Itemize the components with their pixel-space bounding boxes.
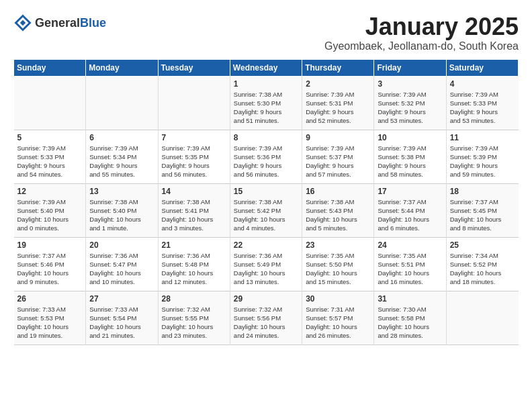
calendar-cell (446, 291, 518, 345)
day-number: 17 (378, 187, 442, 196)
col-header-saturday: Saturday (446, 59, 518, 76)
day-info: Sunrise: 7:39 AM Sunset: 5:40 PM Dayligh… (17, 197, 83, 233)
calendar-cell (86, 76, 158, 130)
calendar-cell: 24Sunrise: 7:35 AM Sunset: 5:51 PM Dayli… (374, 237, 446, 291)
day-number: 5 (17, 133, 83, 142)
calendar-cell: 17Sunrise: 7:37 AM Sunset: 5:44 PM Dayli… (374, 183, 446, 237)
day-info: Sunrise: 7:39 AM Sunset: 5:39 PM Dayligh… (450, 144, 515, 179)
day-info: Sunrise: 7:36 AM Sunset: 5:48 PM Dayligh… (162, 251, 226, 287)
calendar-cell: 25Sunrise: 7:34 AM Sunset: 5:52 PM Dayli… (446, 237, 518, 291)
day-info: Sunrise: 7:36 AM Sunset: 5:49 PM Dayligh… (234, 251, 298, 287)
day-number: 18 (450, 187, 515, 196)
day-number: 7 (162, 133, 226, 142)
calendar-cell: 19Sunrise: 7:37 AM Sunset: 5:46 PM Dayli… (14, 237, 86, 291)
day-number: 20 (89, 240, 154, 250)
calendar-title: January 2025 (324, 13, 519, 40)
day-info: Sunrise: 7:32 AM Sunset: 5:56 PM Dayligh… (234, 305, 298, 340)
calendar-header-row: SundayMondayTuesdayWednesdayThursdayFrid… (14, 59, 519, 76)
day-number: 16 (306, 187, 370, 196)
calendar-cell: 13Sunrise: 7:38 AM Sunset: 5:40 PM Dayli… (86, 183, 158, 237)
day-info: Sunrise: 7:36 AM Sunset: 5:47 PM Dayligh… (89, 251, 154, 287)
day-info: Sunrise: 7:31 AM Sunset: 5:57 PM Dayligh… (306, 305, 370, 340)
day-number: 23 (306, 240, 370, 250)
calendar-week-row: 1Sunrise: 7:38 AM Sunset: 5:30 PM Daylig… (14, 76, 519, 130)
day-number: 6 (89, 133, 154, 142)
day-info: Sunrise: 7:38 AM Sunset: 5:41 PM Dayligh… (162, 197, 226, 233)
calendar-cell: 12Sunrise: 7:39 AM Sunset: 5:40 PM Dayli… (14, 183, 86, 237)
day-number: 8 (234, 133, 298, 142)
day-info: Sunrise: 7:39 AM Sunset: 5:33 PM Dayligh… (450, 90, 515, 126)
day-info: Sunrise: 7:39 AM Sunset: 5:33 PM Dayligh… (17, 144, 83, 179)
day-number: 22 (234, 240, 298, 250)
day-info: Sunrise: 7:37 AM Sunset: 5:45 PM Dayligh… (450, 197, 515, 233)
day-number: 29 (234, 294, 298, 304)
col-header-monday: Monday (86, 59, 158, 76)
day-info: Sunrise: 7:34 AM Sunset: 5:52 PM Dayligh… (450, 251, 515, 287)
calendar-cell: 29Sunrise: 7:32 AM Sunset: 5:56 PM Dayli… (230, 291, 302, 345)
title-block: January 2025 Gyeombaek, Jeollanam-do, So… (324, 13, 519, 52)
calendar-cell: 1Sunrise: 7:38 AM Sunset: 5:30 PM Daylig… (230, 76, 302, 130)
col-header-wednesday: Wednesday (230, 59, 302, 76)
col-header-sunday: Sunday (14, 59, 86, 76)
day-info: Sunrise: 7:37 AM Sunset: 5:44 PM Dayligh… (378, 197, 442, 233)
logo-general: General (35, 16, 80, 30)
calendar-cell: 28Sunrise: 7:32 AM Sunset: 5:55 PM Dayli… (158, 291, 230, 345)
calendar-cell: 15Sunrise: 7:38 AM Sunset: 5:42 PM Dayli… (230, 183, 302, 237)
logo-blue: Blue (80, 16, 106, 30)
calendar-cell: 23Sunrise: 7:35 AM Sunset: 5:50 PM Dayli… (302, 237, 374, 291)
day-number: 2 (306, 79, 370, 89)
calendar-cell: 9Sunrise: 7:39 AM Sunset: 5:37 PM Daylig… (302, 130, 374, 183)
day-number: 26 (17, 294, 83, 304)
calendar-cell (158, 76, 230, 130)
calendar-cell: 6Sunrise: 7:39 AM Sunset: 5:34 PM Daylig… (86, 130, 158, 183)
calendar-cell: 2Sunrise: 7:39 AM Sunset: 5:31 PM Daylig… (302, 76, 374, 130)
day-info: Sunrise: 7:39 AM Sunset: 5:35 PM Dayligh… (162, 144, 226, 179)
day-info: Sunrise: 7:39 AM Sunset: 5:38 PM Dayligh… (378, 144, 442, 179)
day-info: Sunrise: 7:35 AM Sunset: 5:51 PM Dayligh… (378, 251, 442, 287)
calendar-week-row: 12Sunrise: 7:39 AM Sunset: 5:40 PM Dayli… (14, 183, 519, 237)
day-number: 15 (234, 187, 298, 196)
day-info: Sunrise: 7:32 AM Sunset: 5:55 PM Dayligh… (162, 305, 226, 340)
calendar-cell: 30Sunrise: 7:31 AM Sunset: 5:57 PM Dayli… (302, 291, 374, 345)
day-info: Sunrise: 7:39 AM Sunset: 5:31 PM Dayligh… (306, 90, 370, 126)
calendar-cell: 11Sunrise: 7:39 AM Sunset: 5:39 PM Dayli… (446, 130, 518, 183)
calendar-cell: 5Sunrise: 7:39 AM Sunset: 5:33 PM Daylig… (14, 130, 86, 183)
day-info: Sunrise: 7:33 AM Sunset: 5:54 PM Dayligh… (89, 305, 154, 340)
day-number: 1 (234, 79, 298, 89)
day-number: 21 (162, 240, 226, 250)
col-header-friday: Friday (374, 59, 446, 76)
calendar-cell: 31Sunrise: 7:30 AM Sunset: 5:58 PM Dayli… (374, 291, 446, 345)
col-header-tuesday: Tuesday (158, 59, 230, 76)
day-info: Sunrise: 7:39 AM Sunset: 5:32 PM Dayligh… (378, 90, 442, 126)
logo-text: GeneralBlue (35, 16, 106, 30)
day-info: Sunrise: 7:38 AM Sunset: 5:42 PM Dayligh… (234, 197, 298, 233)
day-number: 19 (17, 240, 83, 250)
day-info: Sunrise: 7:35 AM Sunset: 5:50 PM Dayligh… (306, 251, 370, 287)
day-number: 13 (89, 187, 154, 196)
day-info: Sunrise: 7:30 AM Sunset: 5:58 PM Dayligh… (378, 305, 442, 340)
day-number: 25 (450, 240, 515, 250)
calendar-cell: 4Sunrise: 7:39 AM Sunset: 5:33 PM Daylig… (446, 76, 518, 130)
day-info: Sunrise: 7:38 AM Sunset: 5:30 PM Dayligh… (234, 90, 298, 126)
day-info: Sunrise: 7:33 AM Sunset: 5:53 PM Dayligh… (17, 305, 83, 340)
calendar-cell: 10Sunrise: 7:39 AM Sunset: 5:38 PM Dayli… (374, 130, 446, 183)
calendar-week-row: 19Sunrise: 7:37 AM Sunset: 5:46 PM Dayli… (14, 237, 519, 291)
calendar-cell: 16Sunrise: 7:38 AM Sunset: 5:43 PM Dayli… (302, 183, 374, 237)
calendar-table: SundayMondayTuesdayWednesdayThursdayFrid… (13, 59, 519, 345)
day-info: Sunrise: 7:39 AM Sunset: 5:34 PM Dayligh… (89, 144, 154, 179)
calendar-week-row: 26Sunrise: 7:33 AM Sunset: 5:53 PM Dayli… (14, 291, 519, 345)
calendar-cell: 22Sunrise: 7:36 AM Sunset: 5:49 PM Dayli… (230, 237, 302, 291)
day-info: Sunrise: 7:39 AM Sunset: 5:37 PM Dayligh… (306, 144, 370, 179)
col-header-thursday: Thursday (302, 59, 374, 76)
day-number: 31 (378, 294, 442, 304)
page-header: GeneralBlue January 2025 Gyeombaek, Jeol… (13, 13, 519, 52)
calendar-cell: 14Sunrise: 7:38 AM Sunset: 5:41 PM Dayli… (158, 183, 230, 237)
day-number: 14 (162, 187, 226, 196)
day-info: Sunrise: 7:38 AM Sunset: 5:43 PM Dayligh… (306, 197, 370, 233)
day-info: Sunrise: 7:38 AM Sunset: 5:40 PM Dayligh… (89, 197, 154, 233)
day-number: 10 (378, 133, 442, 142)
day-number: 4 (450, 79, 515, 89)
calendar-cell: 20Sunrise: 7:36 AM Sunset: 5:47 PM Dayli… (86, 237, 158, 291)
day-number: 11 (450, 133, 515, 142)
calendar-week-row: 5Sunrise: 7:39 AM Sunset: 5:33 PM Daylig… (14, 130, 519, 183)
